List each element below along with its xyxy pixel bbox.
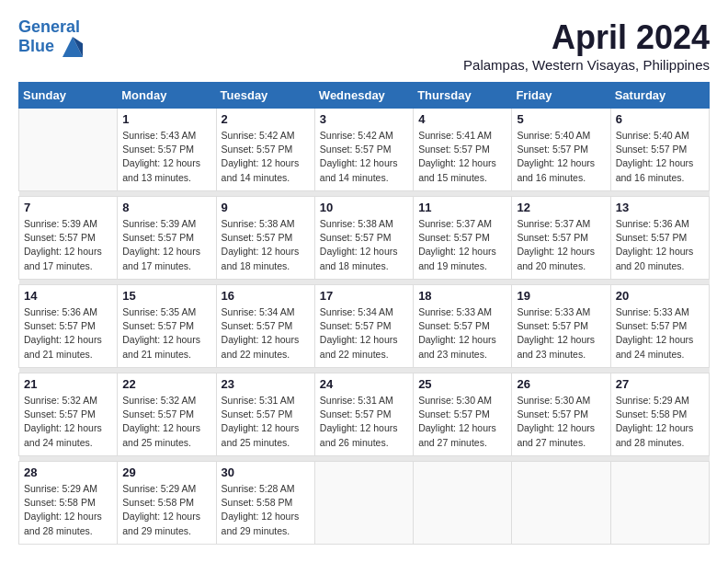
day-number: 13 bbox=[616, 201, 704, 214]
location-subtitle: Palampas, Western Visayas, Philippines bbox=[463, 57, 710, 73]
day-info: Sunrise: 5:29 AM Sunset: 5:58 PM Dayligh… bbox=[24, 482, 112, 538]
calendar-cell bbox=[512, 462, 610, 545]
day-info: Sunrise: 5:28 AM Sunset: 5:58 PM Dayligh… bbox=[222, 482, 310, 538]
day-number: 24 bbox=[320, 377, 408, 391]
day-info: Sunrise: 5:36 AM Sunset: 5:57 PM Dayligh… bbox=[24, 305, 112, 362]
calendar-cell: 21Sunrise: 5:32 AM Sunset: 5:57 PM Dayli… bbox=[19, 373, 118, 456]
day-info: Sunrise: 5:30 AM Sunset: 5:57 PM Dayligh… bbox=[418, 394, 506, 450]
day-info: Sunrise: 5:29 AM Sunset: 5:58 PM Dayligh… bbox=[122, 482, 210, 538]
calendar-cell: 13Sunrise: 5:36 AM Sunset: 5:57 PM Dayli… bbox=[610, 197, 709, 280]
day-info: Sunrise: 5:38 AM Sunset: 5:57 PM Dayligh… bbox=[222, 217, 310, 273]
calendar-cell: 3Sunrise: 5:42 AM Sunset: 5:57 PM Daylig… bbox=[314, 109, 413, 191]
calendar-cell: 11Sunrise: 5:37 AM Sunset: 5:57 PM Dayli… bbox=[414, 197, 512, 280]
calendar-cell: 18Sunrise: 5:33 AM Sunset: 5:57 PM Dayli… bbox=[414, 285, 512, 368]
day-info: Sunrise: 5:35 AM Sunset: 5:57 PM Dayligh… bbox=[122, 305, 210, 362]
day-number: 26 bbox=[517, 377, 605, 391]
day-number: 30 bbox=[222, 465, 310, 479]
day-info: Sunrise: 5:37 AM Sunset: 5:57 PM Dayligh… bbox=[418, 217, 506, 273]
day-info: Sunrise: 5:33 AM Sunset: 5:57 PM Dayligh… bbox=[616, 305, 704, 362]
day-info: Sunrise: 5:41 AM Sunset: 5:57 PM Dayligh… bbox=[418, 129, 506, 185]
day-info: Sunrise: 5:42 AM Sunset: 5:57 PM Dayligh… bbox=[222, 129, 310, 185]
day-info: Sunrise: 5:40 AM Sunset: 5:57 PM Dayligh… bbox=[517, 129, 605, 185]
calendar-cell: 5Sunrise: 5:40 AM Sunset: 5:57 PM Daylig… bbox=[512, 109, 610, 191]
logo-general: General bbox=[18, 17, 80, 36]
day-number: 15 bbox=[122, 289, 210, 303]
calendar-table: SundayMondayTuesdayWednesdayThursdayFrid… bbox=[18, 82, 710, 545]
calendar-cell: 28Sunrise: 5:29 AM Sunset: 5:58 PM Dayli… bbox=[19, 462, 118, 545]
day-number: 11 bbox=[418, 201, 506, 214]
calendar-cell: 17Sunrise: 5:34 AM Sunset: 5:57 PM Dayli… bbox=[314, 285, 413, 368]
day-info: Sunrise: 5:32 AM Sunset: 5:57 PM Dayligh… bbox=[122, 394, 210, 450]
calendar-cell: 30Sunrise: 5:28 AM Sunset: 5:58 PM Dayli… bbox=[216, 462, 314, 545]
calendar-cell: 16Sunrise: 5:34 AM Sunset: 5:57 PM Dayli… bbox=[216, 285, 314, 368]
calendar-cell: 6Sunrise: 5:40 AM Sunset: 5:57 PM Daylig… bbox=[610, 109, 709, 191]
days-header-row: SundayMondayTuesdayWednesdayThursdayFrid… bbox=[19, 83, 710, 109]
calendar-cell bbox=[314, 462, 413, 545]
header-saturday: Saturday bbox=[610, 83, 709, 109]
day-number: 28 bbox=[24, 465, 112, 479]
page-header: General Blue April 2024 Palampas, Wester… bbox=[18, 18, 710, 73]
day-number: 7 bbox=[24, 201, 112, 214]
day-number: 6 bbox=[616, 112, 704, 126]
calendar-cell: 29Sunrise: 5:29 AM Sunset: 5:58 PM Dayli… bbox=[118, 462, 216, 545]
calendar-cell: 24Sunrise: 5:31 AM Sunset: 5:57 PM Dayli… bbox=[314, 373, 413, 456]
calendar-cell: 14Sunrise: 5:36 AM Sunset: 5:57 PM Dayli… bbox=[19, 285, 118, 368]
day-info: Sunrise: 5:39 AM Sunset: 5:57 PM Dayligh… bbox=[24, 217, 112, 273]
day-number: 10 bbox=[320, 201, 408, 214]
day-info: Sunrise: 5:33 AM Sunset: 5:57 PM Dayligh… bbox=[418, 305, 506, 362]
header-sunday: Sunday bbox=[19, 83, 118, 109]
day-number: 19 bbox=[517, 289, 605, 303]
day-info: Sunrise: 5:40 AM Sunset: 5:57 PM Dayligh… bbox=[616, 129, 704, 185]
header-tuesday: Tuesday bbox=[216, 83, 314, 109]
day-info: Sunrise: 5:38 AM Sunset: 5:57 PM Dayligh… bbox=[320, 217, 408, 273]
day-info: Sunrise: 5:37 AM Sunset: 5:57 PM Dayligh… bbox=[517, 217, 605, 273]
week-row-4: 21Sunrise: 5:32 AM Sunset: 5:57 PM Dayli… bbox=[19, 373, 710, 456]
calendar-cell: 7Sunrise: 5:39 AM Sunset: 5:57 PM Daylig… bbox=[19, 197, 118, 280]
day-number: 18 bbox=[418, 289, 506, 303]
day-info: Sunrise: 5:43 AM Sunset: 5:57 PM Dayligh… bbox=[122, 129, 210, 185]
day-number: 20 bbox=[616, 289, 704, 303]
header-friday: Friday bbox=[512, 83, 610, 109]
day-info: Sunrise: 5:42 AM Sunset: 5:57 PM Dayligh… bbox=[320, 129, 408, 185]
day-number: 2 bbox=[222, 112, 310, 126]
calendar-cell bbox=[19, 109, 118, 191]
week-row-1: 1Sunrise: 5:43 AM Sunset: 5:57 PM Daylig… bbox=[19, 109, 710, 191]
header-wednesday: Wednesday bbox=[314, 83, 413, 109]
month-title: April 2024 bbox=[463, 18, 710, 57]
header-monday: Monday bbox=[118, 83, 216, 109]
logo-blue: Blue bbox=[18, 37, 54, 55]
day-number: 5 bbox=[517, 112, 605, 126]
header-thursday: Thursday bbox=[414, 83, 512, 109]
logo-icon bbox=[63, 37, 83, 57]
day-number: 3 bbox=[320, 112, 408, 126]
day-number: 17 bbox=[320, 289, 408, 303]
day-info: Sunrise: 5:31 AM Sunset: 5:57 PM Dayligh… bbox=[320, 394, 408, 450]
day-number: 22 bbox=[122, 377, 210, 391]
logo: General Blue bbox=[18, 18, 83, 57]
day-number: 14 bbox=[24, 289, 112, 303]
calendar-cell: 27Sunrise: 5:29 AM Sunset: 5:58 PM Dayli… bbox=[610, 373, 709, 456]
calendar-cell: 19Sunrise: 5:33 AM Sunset: 5:57 PM Dayli… bbox=[512, 285, 610, 368]
day-number: 9 bbox=[222, 201, 310, 214]
calendar-cell: 4Sunrise: 5:41 AM Sunset: 5:57 PM Daylig… bbox=[414, 109, 512, 191]
day-info: Sunrise: 5:34 AM Sunset: 5:57 PM Dayligh… bbox=[320, 305, 408, 362]
calendar-cell: 8Sunrise: 5:39 AM Sunset: 5:57 PM Daylig… bbox=[118, 197, 216, 280]
day-number: 8 bbox=[122, 201, 210, 214]
title-block: April 2024 Palampas, Western Visayas, Ph… bbox=[463, 18, 710, 73]
day-number: 25 bbox=[418, 377, 506, 391]
day-number: 16 bbox=[222, 289, 310, 303]
calendar-cell: 2Sunrise: 5:42 AM Sunset: 5:57 PM Daylig… bbox=[216, 109, 314, 191]
day-info: Sunrise: 5:30 AM Sunset: 5:57 PM Dayligh… bbox=[517, 394, 605, 450]
calendar-cell: 20Sunrise: 5:33 AM Sunset: 5:57 PM Dayli… bbox=[610, 285, 709, 368]
day-number: 27 bbox=[616, 377, 704, 391]
day-info: Sunrise: 5:29 AM Sunset: 5:58 PM Dayligh… bbox=[616, 394, 704, 450]
day-number: 12 bbox=[517, 201, 605, 214]
day-info: Sunrise: 5:39 AM Sunset: 5:57 PM Dayligh… bbox=[122, 217, 210, 273]
week-row-5: 28Sunrise: 5:29 AM Sunset: 5:58 PM Dayli… bbox=[19, 462, 710, 545]
calendar-cell: 10Sunrise: 5:38 AM Sunset: 5:57 PM Dayli… bbox=[314, 197, 413, 280]
calendar-cell: 15Sunrise: 5:35 AM Sunset: 5:57 PM Dayli… bbox=[118, 285, 216, 368]
calendar-cell: 23Sunrise: 5:31 AM Sunset: 5:57 PM Dayli… bbox=[216, 373, 314, 456]
calendar-cell bbox=[610, 462, 709, 545]
calendar-cell: 25Sunrise: 5:30 AM Sunset: 5:57 PM Dayli… bbox=[414, 373, 512, 456]
day-info: Sunrise: 5:32 AM Sunset: 5:57 PM Dayligh… bbox=[24, 394, 112, 450]
